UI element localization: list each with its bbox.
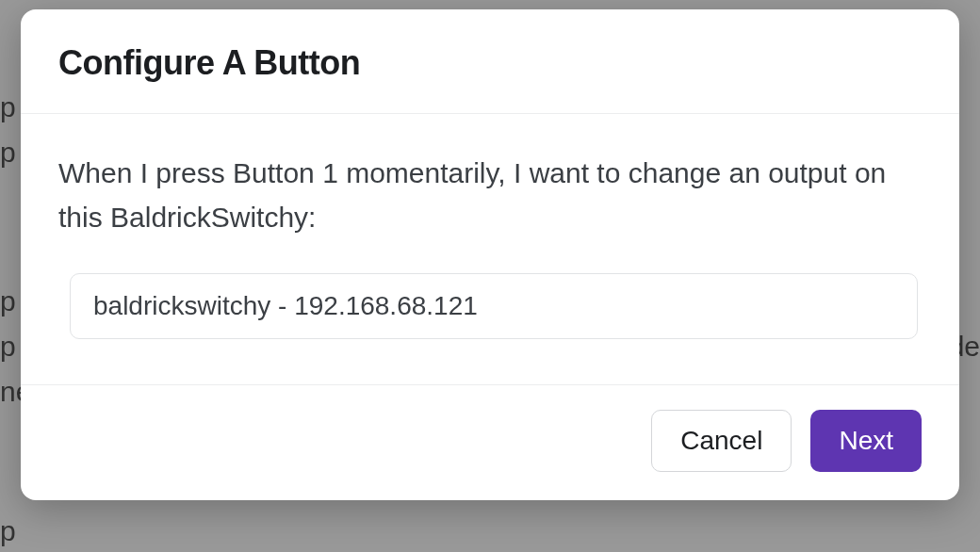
modal-footer: Cancel Next (21, 384, 959, 500)
next-button[interactable]: Next (810, 410, 922, 472)
bg-line: p (0, 509, 980, 552)
modal-header: Configure A Button (21, 9, 959, 114)
device-select-wrapper: baldrickswitchy - 192.168.68.121 (70, 273, 918, 339)
modal-title: Configure A Button (58, 43, 922, 83)
modal-prompt: When I press Button 1 momentarily, I wan… (58, 152, 922, 239)
configure-button-modal: Configure A Button When I press Button 1… (21, 9, 959, 500)
cancel-button[interactable]: Cancel (651, 410, 792, 472)
modal-body: When I press Button 1 momentarily, I wan… (21, 114, 959, 384)
device-select[interactable]: baldrickswitchy - 192.168.68.121 (70, 273, 918, 339)
